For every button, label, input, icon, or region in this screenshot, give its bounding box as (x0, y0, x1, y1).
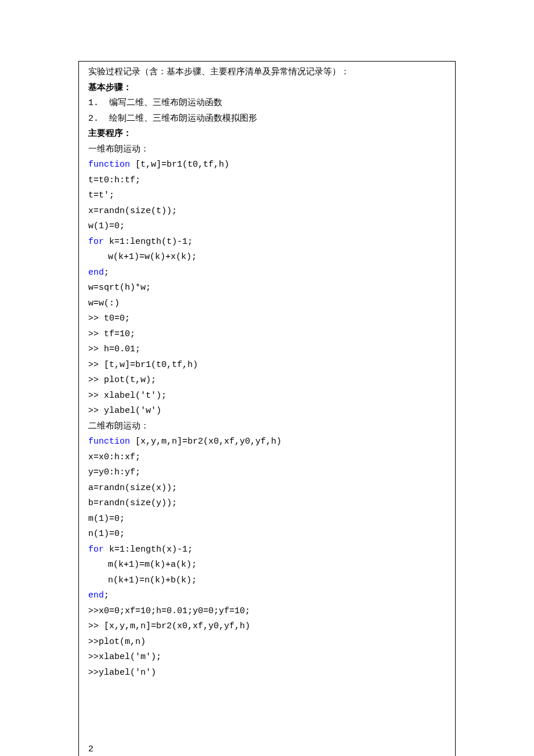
document-page: 实验过程记录（含：基本步骤、主要程序清单及异常情况记录等）： 基本步骤： 1. … (78, 61, 456, 756)
code-line: end; (88, 588, 446, 604)
program-2-title: 二维布朗运动： (88, 419, 446, 435)
keyword-end: end (88, 591, 104, 600)
code-line: >> [t,w]=br1(t0,tf,h) (88, 358, 446, 373)
code-line: >>plot(m,n) (88, 635, 446, 650)
blank-line (88, 696, 446, 712)
blank-line (88, 711, 446, 727)
code-text: k=1:length(x)-1; (104, 545, 193, 555)
code-line: x=x0:h:xf; (88, 450, 446, 466)
title-line: 实验过程记录（含：基本步骤、主要程序清单及异常情况记录等）： (88, 65, 446, 81)
code-line: y=y0:h:yf; (88, 465, 446, 481)
code-line: n(1)=0; (88, 527, 446, 542)
code-line: w(1)=0; (88, 219, 446, 235)
code-line: >> xlabel('t'); (88, 388, 446, 404)
code-line: t=t'; (88, 188, 446, 204)
keyword-for: for (88, 237, 104, 247)
code-line: >>x0=0;xf=10;h=0.01;y0=0;yf=10; (88, 604, 446, 620)
page-number: 2 (88, 742, 446, 756)
code-line: w(k+1)=w(k)+x(k); (88, 250, 446, 265)
keyword-function: function (88, 437, 130, 447)
code-text: ; (104, 268, 109, 278)
section-programs-heading: 主要程序： (88, 127, 446, 142)
code-line: t=t0:h:tf; (88, 173, 446, 189)
code-line: b=randn(size(y)); (88, 496, 446, 512)
code-text: k=1:length(t)-1; (104, 237, 193, 247)
code-line: end; (88, 265, 446, 281)
program-1-title: 一维布朗运动： (88, 142, 446, 158)
code-line: >>xlabel('m'); (88, 650, 446, 665)
step-1: 1. 编写二维、三维布朗运动函数 (88, 96, 446, 111)
code-line: >> ylabel('w') (88, 404, 446, 419)
code-line: m(k+1)=m(k)+a(k); (88, 557, 446, 573)
code-line: w=sqrt(h)*w; (88, 280, 446, 296)
code-line: function [x,y,m,n]=br2(x0,xf,y0,yf,h) (88, 434, 446, 450)
step-2: 2. 绘制二维、三维布朗运动函数模拟图形 (88, 111, 446, 127)
code-line: x=randn(size(t)); (88, 204, 446, 219)
code-line: >> t0=0; (88, 311, 446, 327)
section-steps-heading: 基本步骤： (88, 81, 446, 96)
blank-line (88, 681, 446, 696)
code-text: [t,w]=br1(t0,tf,h) (130, 160, 229, 170)
code-text: [x,y,m,n]=br2(x0,xf,y0,yf,h) (130, 437, 282, 447)
keyword-end: end (88, 268, 104, 278)
code-line: w=w(:) (88, 296, 446, 312)
code-line: n(k+1)=n(k)+b(k); (88, 573, 446, 589)
code-line: >> plot(t,w); (88, 373, 446, 388)
code-line: for k=1:length(x)-1; (88, 542, 446, 558)
code-text: ; (104, 591, 109, 600)
code-line: >> [x,y,m,n]=br2(x0,xf,y0,yf,h) (88, 619, 446, 635)
keyword-function: function (88, 160, 130, 170)
code-line: a=randn(size(x)); (88, 481, 446, 496)
code-line: >> tf=10; (88, 327, 446, 343)
code-line: function [t,w]=br1(t0,tf,h) (88, 157, 446, 173)
blank-line (88, 727, 446, 743)
code-line: m(1)=0; (88, 512, 446, 527)
code-line: >> h=0.01; (88, 342, 446, 358)
keyword-for: for (88, 545, 104, 555)
code-line: for k=1:length(t)-1; (88, 235, 446, 250)
code-line: >>ylabel('n') (88, 665, 446, 681)
